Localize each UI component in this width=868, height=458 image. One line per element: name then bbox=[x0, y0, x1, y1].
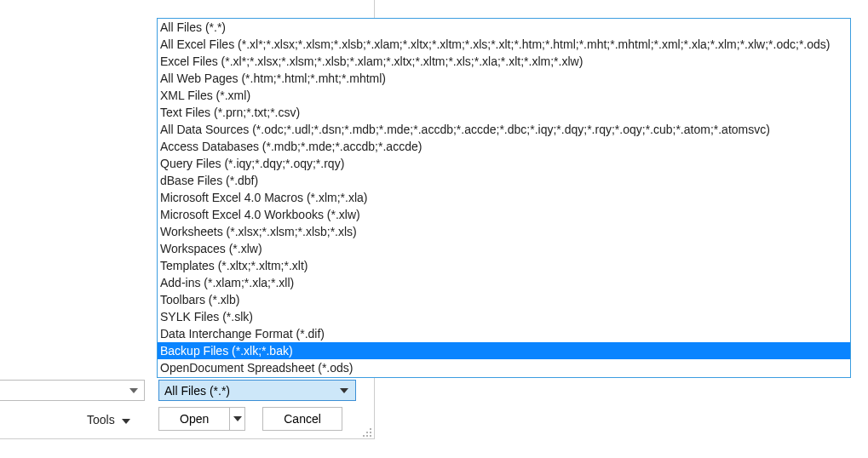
filetype-option[interactable]: dBase Files (*.dbf) bbox=[158, 172, 850, 189]
filetype-option[interactable]: OpenDocument Spreadsheet (*.ods) bbox=[158, 359, 850, 376]
tools-menu[interactable]: Tools bbox=[87, 413, 115, 427]
filetype-option[interactable]: Excel Files (*.xl*;*.xlsx;*.xlsm;*.xlsb;… bbox=[158, 53, 850, 70]
svg-point-4 bbox=[366, 435, 368, 437]
filetype-option[interactable]: Worksheets (*.xlsx;*.xlsm;*.xlsb;*.xls) bbox=[158, 223, 850, 240]
filetype-dropdown-list[interactable]: All Files (*.*)All Excel Files (*.xl*;*.… bbox=[157, 18, 851, 378]
filename-combo[interactable] bbox=[0, 380, 145, 401]
open-button-split[interactable] bbox=[229, 408, 244, 430]
chevron-down-icon bbox=[126, 381, 141, 400]
caret-down-icon bbox=[122, 413, 130, 427]
filetype-option[interactable]: Data Interchange Format (*.dif) bbox=[158, 325, 850, 342]
svg-point-1 bbox=[366, 432, 368, 433]
open-label: Open bbox=[180, 412, 209, 426]
svg-point-2 bbox=[370, 432, 371, 433]
svg-point-3 bbox=[363, 435, 365, 437]
open-button[interactable]: Open bbox=[158, 407, 245, 431]
filetype-combo[interactable]: All Files (*.*) bbox=[158, 380, 356, 401]
filetype-current: All Files (*.*) bbox=[164, 384, 230, 398]
filetype-option[interactable]: All Files (*.*) bbox=[158, 19, 850, 36]
filetype-option[interactable]: All Data Sources (*.odc;*.udl;*.dsn;*.md… bbox=[158, 121, 850, 138]
filetype-option[interactable]: Templates (*.xltx;*.xltm;*.xlt) bbox=[158, 257, 850, 274]
svg-point-0 bbox=[370, 428, 371, 430]
filetype-option[interactable]: Query Files (*.iqy;*.dqy;*.oqy;*.rqy) bbox=[158, 155, 850, 172]
open-button-main[interactable]: Open bbox=[159, 408, 229, 430]
filetype-option[interactable]: Access Databases (*.mdb;*.mde;*.accdb;*.… bbox=[158, 138, 850, 155]
filetype-option[interactable]: Workspaces (*.xlw) bbox=[158, 240, 850, 257]
filetype-option[interactable]: All Web Pages (*.htm;*.html;*.mht;*.mhtm… bbox=[158, 70, 850, 87]
chevron-down-icon bbox=[336, 381, 352, 400]
cancel-label: Cancel bbox=[284, 412, 321, 426]
filetype-option[interactable]: XML Files (*.xml) bbox=[158, 87, 850, 104]
filetype-option[interactable]: Text Files (*.prn;*.txt;*.csv) bbox=[158, 104, 850, 121]
svg-point-5 bbox=[370, 435, 371, 437]
filetype-option[interactable]: Add-ins (*.xlam;*.xla;*.xll) bbox=[158, 274, 850, 291]
filetype-option[interactable]: Backup Files (*.xlk;*.bak) bbox=[158, 342, 850, 359]
filetype-option[interactable]: SYLK Files (*.slk) bbox=[158, 308, 850, 325]
filetype-option[interactable]: Toolbars (*.xlb) bbox=[158, 291, 850, 308]
filetype-option[interactable]: Microsoft Excel 4.0 Macros (*.xlm;*.xla) bbox=[158, 189, 850, 206]
filetype-option[interactable]: All Excel Files (*.xl*;*.xlsx;*.xlsm;*.x… bbox=[158, 36, 850, 53]
cancel-button[interactable]: Cancel bbox=[262, 407, 342, 431]
resize-grip-icon[interactable] bbox=[362, 427, 372, 437]
filetype-option[interactable]: Microsoft Excel 4.0 Workbooks (*.xlw) bbox=[158, 206, 850, 223]
